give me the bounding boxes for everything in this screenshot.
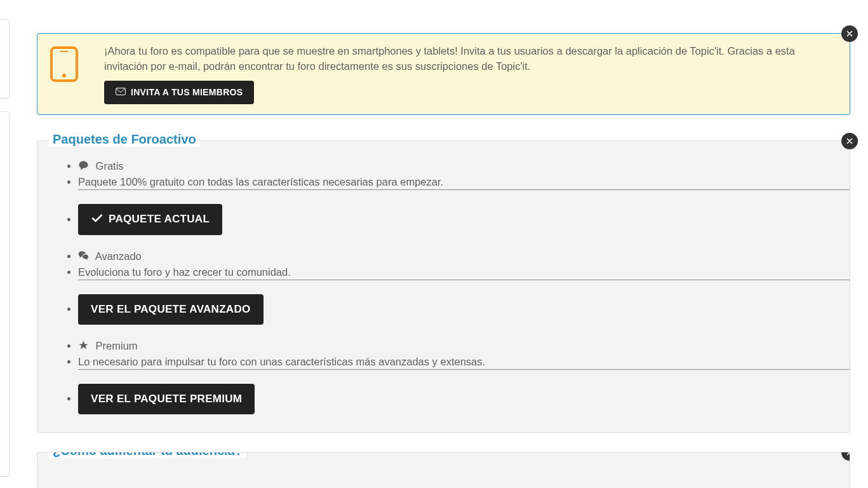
close-icon[interactable] [841,133,858,149]
current-package-button[interactable]: PAQUETE ACTUAL [78,204,222,235]
advanced-package-button[interactable]: VER EL PAQUETE AVANZADO [78,294,264,325]
alert-text: ¡Ahora tu foro es compatible para que se… [104,44,818,74]
package-list: Gratis Paquete 100% gratuito con todas l… [57,159,831,417]
packages-panel: Paquetes de Foroactivo Gratis Paquete 10… [37,140,850,433]
package-name: Avanzado [78,249,831,265]
envelope-icon [116,87,126,98]
topicit-alert: ¡Ahora tu foro es compatible para que se… [37,33,850,115]
premium-package-button[interactable]: VER EL PAQUETE PREMIUM [78,384,255,414]
invite-button-label: INVITA A TUS MIEMBROS [131,87,243,97]
package-name: Gratis [78,159,831,175]
phone-icon [50,46,83,79]
package-button-row: VER EL PAQUETE AVANZADO [78,283,831,339]
close-icon[interactable] [841,25,858,42]
comments-icon [78,250,89,264]
check-icon [91,213,103,226]
comment-icon [78,160,89,173]
audience-steps-row: 1 2 3 4 [57,470,831,488]
package-desc: Lo necesario para impulsar tu foro con u… [78,355,850,370]
package-desc: Evoluciona tu foro y haz crecer tu comun… [78,265,850,280]
audience-title: ¿Cómo aumentar tu audiencia? [49,452,246,458]
package-button-row: VER EL PAQUETE PREMIUM [78,372,831,417]
package-desc: Paquete 100% gratuito con todas las cara… [78,175,850,190]
package-button-row: PAQUETE ACTUAL [78,193,831,249]
svg-point-1 [62,74,66,78]
package-name: Premium [78,339,831,355]
close-icon[interactable] [841,452,850,461]
left-rail [0,19,10,488]
audience-panel: ¿Cómo aumentar tu audiencia? 1 2 3 4 [37,452,850,488]
packages-title: Paquetes de Foroactivo [49,132,200,147]
invite-members-button[interactable]: INVITA A TUS MIEMBROS [104,81,254,104]
star-icon [78,340,89,353]
